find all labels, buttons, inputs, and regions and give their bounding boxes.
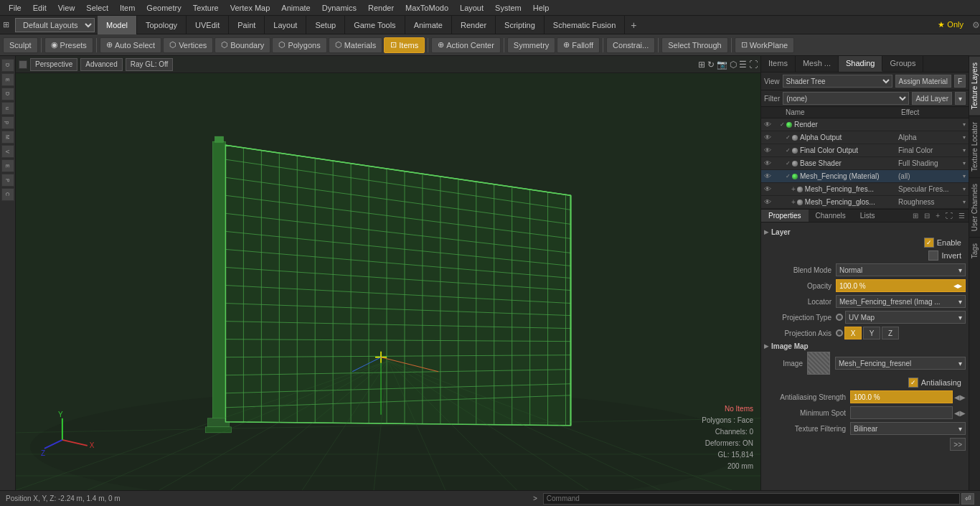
viewport-camera-icon[interactable]: 📷 [717, 60, 727, 70]
axis-x-button[interactable]: X [844, 327, 862, 339]
viewport-fit-icon[interactable]: ⊞ [698, 60, 705, 70]
menu-animate[interactable]: Animate [275, 2, 316, 14]
eye-icon-glossy[interactable]: 👁 [764, 198, 773, 206]
eye-icon-finalcolor[interactable]: 👁 [764, 146, 773, 154]
sidebar-btn-8[interactable]: E [1, 159, 14, 172]
layout-settings-icon[interactable]: ⚙ [972, 20, 980, 30]
presets-button[interactable]: ◉ Presets [44, 37, 93, 53]
aa-strength-input[interactable]: 100.0 % [850, 390, 953, 403]
props-menu-icon[interactable]: ☰ [956, 211, 967, 220]
props-tab-channels[interactable]: Channels [809, 210, 853, 222]
display-mode-button[interactable]: Advanced [80, 58, 122, 71]
mesh-area[interactable]: X Y Z [16, 73, 760, 490]
projection-type-select[interactable]: UV Map ▾ [845, 311, 966, 324]
shader-row-alpha[interactable]: 👁 ✓ Alpha Output Alpha ▾ [761, 131, 969, 144]
view-select[interactable]: Shader Tree [783, 75, 892, 88]
menu-help[interactable]: Help [527, 2, 555, 14]
min-spot-range-icon[interactable]: ◀▶ [954, 409, 966, 417]
image-select[interactable]: Mesh_Fencing_fresnel ▾ [835, 357, 966, 370]
eye-icon-meshfencing[interactable]: 👁 [764, 172, 773, 180]
axis-radio[interactable] [836, 329, 843, 337]
view-mode-button[interactable]: Perspective [30, 58, 77, 71]
viewport-expand-icon[interactable]: ⛶ [749, 60, 758, 70]
shader-row-baseshader[interactable]: 👁 ✓ Base Shader Full Shading ▾ [761, 157, 969, 170]
vtab-texture-locator[interactable]: Texture Locator [969, 116, 980, 177]
layout-tab-gametools[interactable]: Game Tools [345, 16, 405, 34]
shader-row-render[interactable]: 👁 ✓ Render ▾ [761, 118, 969, 131]
sidebar-btn-2[interactable]: E [1, 73, 14, 86]
layout-tab-setup[interactable]: Setup [306, 16, 345, 34]
bottom-arrow[interactable]: > [530, 495, 540, 502]
viewport-rotate-icon[interactable]: ↻ [707, 60, 715, 70]
eye-icon-baseshader[interactable]: 👁 [764, 159, 773, 167]
layout-tab-model[interactable]: Model [98, 16, 137, 34]
shader-row-fresnel[interactable]: 👁 + Mesh_Fencing_fres... Specular Fres..… [761, 183, 969, 196]
layout-dropdown[interactable]: Default Layouts [15, 18, 95, 32]
sidebar-btn-1[interactable]: D [1, 59, 14, 72]
materials-button[interactable]: ⬡ Materials [329, 37, 383, 53]
invert-checkbox[interactable] [928, 250, 938, 261]
items-button[interactable]: ⊡ Items [384, 37, 425, 53]
boundary-button[interactable]: ⬡ Boundary [215, 37, 270, 53]
menu-system[interactable]: System [489, 2, 527, 14]
menu-layout[interactable]: Layout [454, 2, 489, 14]
eye-icon-fresnel[interactable]: 👁 [764, 185, 773, 193]
viewport[interactable]: Perspective Advanced Ray GL: Off ⊞ ↻ 📷 ⬡… [16, 56, 760, 490]
blend-mode-select[interactable]: Normal ▾ [836, 263, 966, 276]
menu-select[interactable]: Select [80, 2, 114, 14]
layout-tab-layout[interactable]: Layout [265, 16, 306, 34]
menu-render[interactable]: Render [362, 2, 400, 14]
props-expand-icon[interactable]: ⊞ [910, 211, 920, 220]
add-layer-button[interactable]: Add Layer [912, 92, 952, 105]
action-center-button[interactable]: ⊕ Action Center [431, 37, 501, 53]
command-input[interactable] [543, 493, 960, 505]
menu-geometry[interactable]: Geometry [141, 2, 187, 14]
sidebar-btn-6[interactable]: M [1, 131, 14, 144]
filter-select[interactable]: (none) [783, 92, 909, 105]
render-mode-button[interactable]: Ray GL: Off [126, 58, 174, 71]
layout-tab-schematic[interactable]: Schematic Fusion [545, 16, 625, 34]
shader-row-finalcolor[interactable]: 👁 ✓ Final Color Output Final Color ▾ [761, 144, 969, 157]
axis-y-button[interactable]: Y [863, 327, 880, 339]
opacity-input[interactable]: 100.0 % ◀▶ [836, 279, 966, 292]
vtab-tags[interactable]: Tags [969, 237, 980, 264]
locator-select[interactable]: Mesh_Fencing_fresnel (Imag ... ▾ [836, 295, 966, 308]
min-spot-input[interactable]: 1.0 [850, 406, 953, 419]
vtab-texture-layers[interactable]: Texture Layers [969, 56, 980, 116]
expand-button[interactable]: >> [950, 438, 966, 451]
menu-edit[interactable]: Edit [27, 2, 52, 14]
layout-tab-topology[interactable]: Topology [137, 16, 187, 34]
assign-material-button[interactable]: Assign Material [895, 75, 951, 88]
props-tab-properties[interactable]: Properties [761, 210, 809, 222]
sidebar-btn-5[interactable]: p [1, 116, 14, 129]
tab-items[interactable]: Items [761, 56, 796, 72]
viewport-display-icon[interactable]: ⬡ [730, 60, 737, 70]
add-layer-arrow[interactable]: ▾ [955, 92, 966, 105]
props-plus-icon[interactable]: + [933, 211, 942, 220]
tex-filtering-select[interactable]: Bilinear ▾ [850, 422, 966, 435]
layout-tab-uvedit[interactable]: UVEdit [187, 16, 229, 34]
layout-tab-animate[interactable]: Animate [405, 16, 452, 34]
props-fullscreen-icon[interactable]: ⛶ [943, 211, 955, 220]
shader-row-glossy[interactable]: 👁 + Mesh_Fencing_glos... Roughness ▾ [761, 196, 969, 209]
layout-tab-scripting[interactable]: Scripting [496, 16, 545, 34]
menu-dynamics[interactable]: Dynamics [316, 2, 362, 14]
sculpt-button[interactable]: Sculpt [3, 37, 38, 53]
menu-file[interactable]: File [3, 2, 27, 14]
tab-groups[interactable]: Groups [882, 56, 923, 72]
menu-maxtomodo[interactable]: MaxToModo [400, 2, 454, 14]
menu-texture[interactable]: Texture [187, 2, 225, 14]
command-submit-button[interactable]: ⏎ [961, 493, 974, 505]
props-tab-lists[interactable]: Lists [853, 210, 882, 222]
aa-checkbox[interactable]: ✓ [908, 378, 918, 388]
auto-select-button[interactable]: ⊕ Auto Select [100, 37, 161, 53]
shader-f-button[interactable]: F [954, 75, 966, 88]
workplane-button[interactable]: ⊡ WorkPlane [735, 37, 795, 53]
tab-shading[interactable]: Shading [839, 56, 882, 72]
eye-icon-render[interactable]: 👁 [764, 121, 773, 128]
projection-radio[interactable] [836, 314, 843, 321]
vtab-user-channels[interactable]: User Channels [969, 177, 980, 237]
sidebar-btn-10[interactable]: C [1, 188, 14, 201]
layout-tab-paint[interactable]: Paint [229, 16, 265, 34]
viewport-menu-icon[interactable]: ☰ [739, 60, 747, 70]
